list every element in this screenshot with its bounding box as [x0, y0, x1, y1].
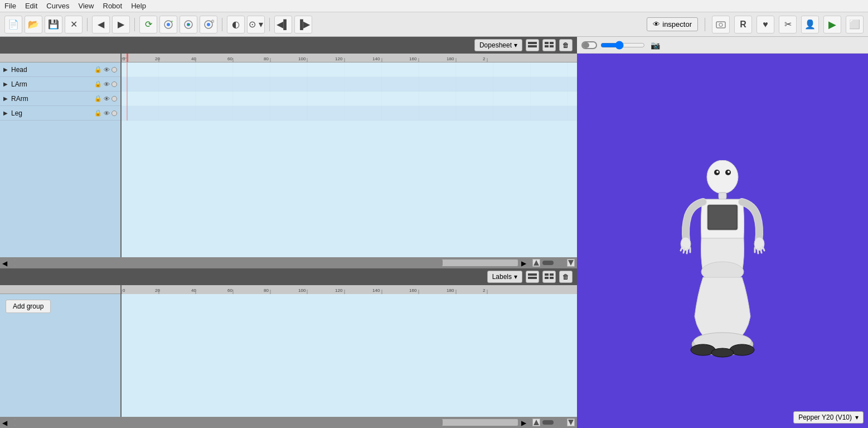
svg-text:180: 180 — [447, 56, 454, 61]
dopesheet-mode-label: Dopesheet — [479, 41, 512, 49]
svg-rect-11 — [528, 42, 537, 44]
eye-icon-leg[interactable]: 👁 — [104, 110, 110, 117]
eye-icon-head[interactable]: 👁 — [104, 66, 110, 73]
prev-button[interactable]: ◀ — [92, 16, 110, 33]
svg-text:+: + — [171, 19, 173, 24]
menu-file[interactable]: File — [4, 2, 16, 10]
scroll-left-btn[interactable]: ◀ — [2, 259, 11, 266]
menu-edit[interactable]: Edit — [25, 2, 37, 10]
bracket-left-button[interactable]: ◀▌ — [274, 16, 292, 33]
dot-head[interactable] — [111, 67, 117, 73]
sep5 — [705, 18, 705, 31]
circle-dot-button[interactable]: ⊙ ▾ — [247, 16, 265, 33]
svg-text:120: 120 — [335, 56, 343, 61]
dopesheet-icon-btn-1[interactable] — [526, 39, 539, 51]
track-row-leg[interactable]: ▶ Leg 🔒 👁 — [0, 106, 120, 121]
svg-marker-81 — [534, 420, 539, 425]
open-button[interactable]: 📂 — [25, 16, 42, 33]
save-button[interactable]: 💾 — [45, 16, 62, 33]
lock-icon-head[interactable]: 🔒 — [94, 66, 102, 73]
lock-icon-leg[interactable]: 🔒 — [94, 109, 102, 117]
track-row-head[interactable]: ▶ Head 🔒 👁 — [0, 62, 120, 77]
refresh-button[interactable]: ⟳ — [139, 16, 157, 33]
lock-icon-rarm[interactable]: 🔒 — [94, 95, 102, 102]
expand-icon-rarm[interactable]: ▶ — [3, 95, 8, 102]
menu-view[interactable]: View — [79, 2, 94, 10]
inspector-button[interactable]: 👁 inspector — [647, 17, 698, 31]
zoom-in-btn[interactable] — [567, 259, 575, 267]
toggle-switch[interactable] — [581, 41, 597, 49]
3d-viewport[interactable]: Pepper Y20 (V10) ▾ — [577, 54, 868, 428]
track-row-larm[interactable]: ▶ LArm 🔒 👁 — [0, 77, 120, 92]
quality-slider[interactable] — [600, 41, 645, 50]
svg-text:2: 2 — [483, 288, 486, 293]
zoom-slider[interactable] — [542, 261, 565, 265]
add-motion-button[interactable]: + — [159, 16, 177, 33]
eye-icon-larm[interactable]: 👁 — [104, 81, 110, 88]
main-layout: Dopesheet ▾ 🗑 ▶ — [0, 37, 868, 428]
labels-icon-btn-1[interactable] — [526, 271, 539, 283]
expand-icon-head[interactable]: ▶ — [3, 66, 8, 73]
close-button[interactable]: ✕ — [65, 16, 83, 33]
expand-icon-leg[interactable]: ▶ — [3, 110, 8, 116]
zoom-out-btn[interactable] — [532, 259, 540, 267]
viewer-person-button[interactable]: 👤 — [801, 16, 819, 33]
scroll-right-btn[interactable]: ▶ — [521, 259, 530, 266]
half-circle-button[interactable]: ◐ — [227, 16, 245, 33]
menu-robot[interactable]: Robot — [103, 2, 123, 10]
svg-text:180: 180 — [447, 288, 454, 293]
labels-timeline: 0 20 40 60 80 100 120 — [122, 285, 577, 417]
labels-icon-btn-2[interactable] — [542, 271, 556, 283]
chevron-down-icon-labels: ▾ — [514, 273, 517, 281]
bracket-right-button[interactable]: ▐▶ — [294, 16, 312, 33]
viewer-camera-button[interactable] — [712, 16, 730, 33]
svg-rect-53 — [528, 277, 537, 279]
dot-leg[interactable] — [111, 110, 117, 116]
svg-rect-48 — [122, 62, 577, 121]
viewer-heart-button[interactable]: ♥ — [757, 16, 774, 33]
pepper-model-name: Pepper Y20 (V10) — [798, 413, 852, 421]
pepper-label[interactable]: Pepper Y20 (V10) ▾ — [793, 411, 864, 424]
labels-zoom-slider[interactable] — [542, 420, 565, 425]
labels-delete-btn[interactable]: 🗑 — [559, 271, 573, 283]
svg-rect-58 — [122, 285, 577, 294]
labels-h-scrollbar[interactable] — [14, 419, 518, 426]
viewer-r-button[interactable]: R — [734, 16, 752, 33]
svg-text:80: 80 — [264, 56, 269, 61]
labels-zoom-out[interactable] — [532, 419, 540, 426]
menu-help[interactable]: Help — [131, 2, 146, 10]
track-row-rarm[interactable]: ▶ RArm 🔒 👁 — [0, 92, 120, 106]
snapshot-button[interactable]: 📷 — [648, 39, 662, 51]
expand-icon-larm[interactable]: ▶ — [3, 81, 8, 87]
svg-rect-56 — [545, 277, 549, 279]
stop-button[interactable]: ⬜ — [846, 16, 864, 33]
play-button[interactable]: ▶ — [823, 16, 841, 33]
viewer-scissors-button[interactable]: ✂ — [779, 16, 797, 33]
dot-larm[interactable] — [111, 81, 117, 87]
next-button[interactable]: ▶ — [112, 16, 130, 33]
dopesheet-mode-select[interactable]: Dopesheet ▾ — [474, 39, 522, 51]
eye-icon-rarm[interactable]: 👁 — [104, 95, 110, 102]
labels-mode-select[interactable]: Labels ▾ — [487, 271, 522, 283]
inspector-label: inspector — [662, 20, 692, 28]
menu-curves[interactable]: Curves — [46, 2, 69, 10]
viewer-toolbar: 📷 — [577, 37, 868, 54]
svg-rect-90 — [709, 206, 736, 229]
svg-rect-12 — [528, 45, 537, 47]
new-button[interactable]: 📄 — [4, 16, 22, 33]
labels-zoom-in[interactable] — [567, 419, 575, 426]
dot-rarm[interactable] — [111, 96, 117, 102]
motion-play-button[interactable] — [180, 16, 197, 33]
dopesheet-delete-btn[interactable]: 🗑 — [559, 39, 573, 51]
labels-scroll-left[interactable]: ◀ — [2, 419, 11, 426]
lock-icon-larm[interactable]: 🔒 — [94, 80, 102, 88]
svg-text:100: 100 — [298, 288, 306, 293]
sep1 — [87, 18, 88, 31]
dopesheet-h-scrollbar[interactable] — [14, 259, 518, 266]
dopesheet-icon-btn-2[interactable] — [542, 39, 556, 51]
add-group-button[interactable]: Add group — [6, 300, 51, 313]
motion-settings-button[interactable]: ⚙ — [200, 16, 217, 33]
svg-line-97 — [763, 247, 764, 251]
labels-scroll-right[interactable]: ▶ — [521, 419, 530, 426]
labels-content: Add group 0 20 40 — [0, 285, 577, 417]
